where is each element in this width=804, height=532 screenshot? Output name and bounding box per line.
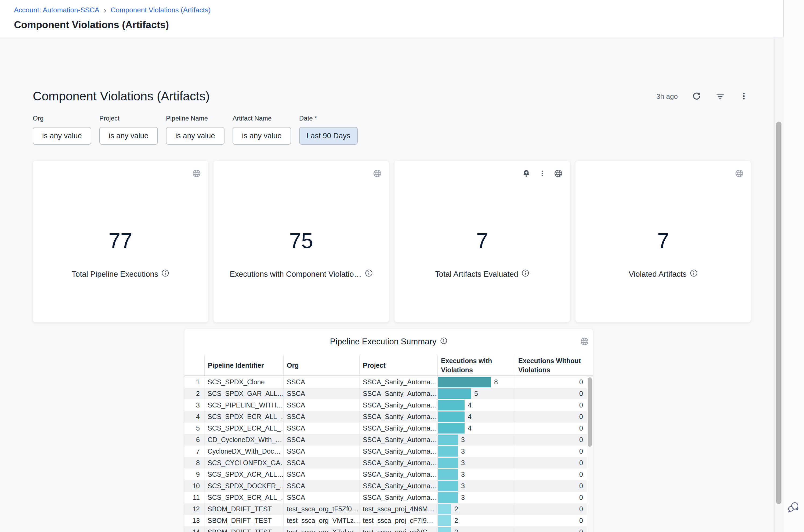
tile-more-button[interactable] — [538, 169, 546, 178]
violations-bar — [438, 458, 458, 468]
info-icon[interactable] — [440, 337, 447, 346]
breadcrumb-account-link[interactable]: Account: Automation-SSCA — [14, 6, 99, 14]
page-title: Component Violations (Artifacts) — [14, 19, 169, 31]
refresh-button[interactable] — [692, 91, 702, 102]
violations-bar-value: 5 — [474, 390, 478, 398]
table-row[interactable]: 7CycloneDX_With_Doc…SSCASSCA_Sanity_Auto… — [185, 445, 587, 457]
info-icon[interactable] — [162, 269, 169, 279]
dashboard-controls: 3h ago — [656, 90, 749, 103]
stat-value: 75 — [213, 228, 389, 253]
explore-from-here-button[interactable] — [554, 169, 563, 179]
stat-label: Total Artifacts Evaluated — [435, 270, 518, 279]
table-row[interactable]: 3SCS_PIPELINE_WITH…SSCASSCA_Sanity_Autom… — [185, 399, 587, 411]
row-index: 13 — [185, 515, 204, 526]
info-icon[interactable] — [365, 269, 373, 279]
cell-pipeline-identifier: SCS_CYCLONEDX_GA… — [204, 457, 283, 469]
cell-executions-with-violations: 3 — [437, 457, 515, 469]
table-row[interactable]: 2SCS_SPDX_GAR_ALL…SSCASSCA_Sanity_Automa… — [185, 388, 587, 399]
column-header-label: Executions Without — [518, 356, 587, 365]
globe-icon — [735, 169, 744, 179]
column-header-org[interactable]: Org — [283, 355, 359, 376]
cell-pipeline-identifier: SBOM_DRIFT_TEST — [204, 526, 283, 532]
filter-project-value-button[interactable]: is any value — [99, 127, 158, 145]
violations-bar-value: 2 — [454, 528, 458, 532]
explore-from-here-button[interactable] — [735, 169, 744, 179]
cell-pipeline-identifier: SCS_SPDX_ECR_ALL_… — [204, 411, 283, 422]
cell-org: SSCA — [283, 422, 359, 434]
stat-label: Executions with Component Violatio… — [230, 270, 361, 279]
row-index: 5 — [185, 422, 204, 434]
row-index: 7 — [185, 445, 204, 457]
breadcrumb-page-link[interactable]: Component Violations (Artifacts) — [111, 6, 210, 14]
kebab-menu-icon — [538, 169, 546, 178]
filter-date-value-button[interactable]: Last 90 Days — [299, 127, 358, 145]
cell-executions-without-violations: 0 — [515, 492, 587, 503]
table-scrollbar-thumb[interactable] — [588, 377, 592, 446]
dashboard-content: Component Violations (Artifacts) 3h ago — [0, 37, 784, 532]
table-row[interactable]: 10SCS_SPDX_DOCKER_…SSCASSCA_Sanity_Autom… — [185, 480, 587, 492]
stat-value: 77 — [33, 228, 208, 253]
column-header-project[interactable]: Project — [359, 355, 437, 376]
cell-executions-without-violations: 0 — [515, 515, 587, 526]
filter-pipeline-name-value-button[interactable]: is any value — [166, 127, 224, 145]
violations-bar-value: 4 — [468, 413, 471, 421]
cell-project: SSCA_Sanity_Automa… — [359, 422, 437, 434]
table-row[interactable]: 5SCS_SPDX_ECR_ALL_…SSCASSCA_Sanity_Autom… — [185, 422, 587, 434]
explore-from-here-button[interactable] — [192, 169, 201, 179]
filter-artifact-name-value-button[interactable]: is any value — [232, 127, 291, 145]
cell-project: SSCA_Sanity_Automa… — [359, 434, 437, 445]
cell-pipeline-identifier: CycloneDX_With_Doc… — [204, 445, 283, 457]
cell-executions-without-violations: 0 — [515, 434, 587, 445]
breadcrumb: Account: Automation-SSCA › Component Vio… — [14, 6, 210, 14]
table-row[interactable]: 14SBOM_DRIFT_TESTtest_ssca_org_XZalzy…te… — [185, 526, 587, 532]
filter-pipeline-name: Pipeline Name is any value — [166, 115, 224, 145]
violations-bar — [438, 481, 458, 491]
cell-org: SSCA — [283, 411, 359, 422]
violations-bar — [438, 446, 458, 457]
column-header-executions-with-violations[interactable]: Executions withViolations — [437, 355, 515, 376]
filter-bar: Org is any value Project is any value Pi… — [33, 115, 358, 145]
violations-bar-value: 3 — [461, 448, 465, 455]
filter-pipeline-name-label: Pipeline Name — [166, 115, 224, 122]
alerts-button[interactable] — [522, 169, 531, 178]
table-row[interactable]: 1SCS_SPDX_CloneSSCASSCA_Sanity_Automa…80 — [185, 376, 587, 388]
cell-pipeline-identifier: SCS_SPDX_ACR_ALL… — [204, 469, 283, 480]
dashboard-more-button[interactable] — [739, 91, 749, 102]
stat-card-total-pipeline-executions: 77 Total Pipeline Executions — [33, 161, 208, 322]
row-index: 3 — [185, 399, 204, 411]
table-row[interactable]: 9SCS_SPDX_ACR_ALL…SSCASSCA_Sanity_Automa… — [185, 469, 587, 480]
top-header: Account: Automation-SSCA › Component Vio… — [0, 0, 804, 37]
table-row[interactable]: 11SCS_SPDX_ECR_ALL_…SSCASSCA_Sanity_Auto… — [185, 492, 587, 503]
cell-executions-with-violations: 4 — [437, 399, 515, 411]
violations-bar-value: 3 — [461, 471, 465, 478]
cell-project: SSCA_Sanity_Automa… — [359, 399, 437, 411]
cell-project: SSCA_Sanity_Automa… — [359, 411, 437, 422]
column-header-label: Pipeline Identifier — [208, 361, 283, 370]
filter-date: Date * Last 90 Days — [299, 115, 358, 145]
page-scrollbar[interactable] — [774, 37, 784, 532]
column-header-index — [185, 355, 204, 376]
page-scrollbar-thumb[interactable] — [776, 121, 782, 504]
column-header-executions-without-violations[interactable]: Executions WithoutViolations — [515, 355, 587, 376]
cell-executions-without-violations: 0 — [515, 445, 587, 457]
info-icon[interactable] — [522, 269, 529, 279]
explore-from-here-button[interactable] — [580, 337, 589, 347]
row-index: 10 — [185, 480, 204, 492]
help-chat-button[interactable] — [786, 500, 800, 514]
info-icon[interactable] — [690, 269, 698, 279]
explore-from-here-button[interactable] — [373, 169, 382, 179]
row-index: 2 — [185, 388, 204, 399]
cell-executions-without-violations: 0 — [515, 526, 587, 532]
table-row[interactable]: 13SBOM_DRIFT_TESTtest_ssca_org_VMTLz…tes… — [185, 515, 587, 526]
chat-bubbles-icon — [787, 511, 800, 515]
cell-org: test_ssca_org_XZalzy… — [283, 526, 359, 532]
table-row[interactable]: 6CD_CycloneDX_With_…SSCASSCA_Sanity_Auto… — [185, 434, 587, 445]
cell-org: SSCA — [283, 434, 359, 445]
table-row[interactable]: 4SCS_SPDX_ECR_ALL_…SSCASSCA_Sanity_Autom… — [185, 411, 587, 422]
table-scrollbar[interactable] — [587, 376, 593, 532]
table-row[interactable]: 12SBOM_DRIFT_TESTtest_ssca_org_tF5Zf0…te… — [185, 503, 587, 515]
filter-org-value-button[interactable]: is any value — [33, 127, 91, 145]
table-row[interactable]: 8SCS_CYCLONEDX_GA…SSCASSCA_Sanity_Automa… — [185, 457, 587, 469]
column-header-pipeline-identifier[interactable]: Pipeline Identifier — [204, 355, 283, 376]
filters-button[interactable] — [715, 91, 725, 102]
